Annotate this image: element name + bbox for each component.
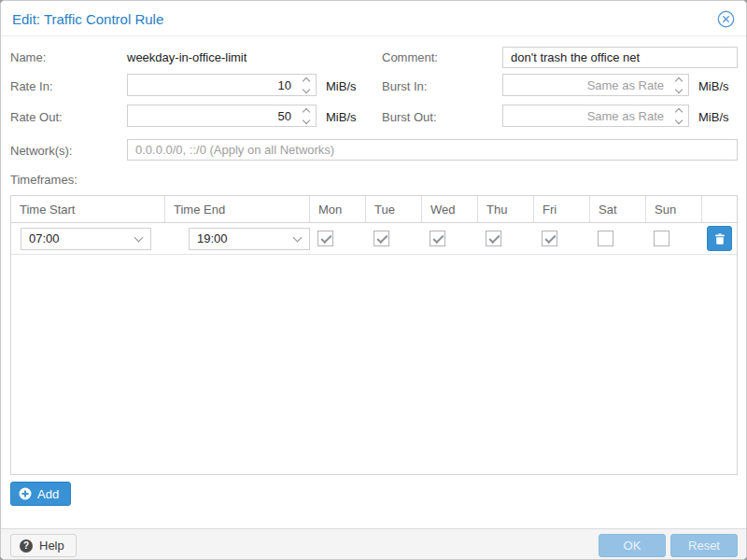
edit-traffic-control-rule-dialog: Edit: Traffic Control Rule Name: weekday… xyxy=(0,0,747,560)
checkbox-thu[interactable] xyxy=(486,231,501,246)
trash-icon xyxy=(713,232,726,245)
rate-out-label: Rate Out: xyxy=(10,110,63,124)
spinner-up-icon[interactable] xyxy=(675,107,683,115)
comment-label: Comment: xyxy=(382,50,438,64)
dialog-footer: ? Help OK Reset xyxy=(1,528,746,560)
col-header-mon[interactable]: Mon xyxy=(310,196,366,222)
col-header-tue[interactable]: Tue xyxy=(366,196,422,222)
checkbox-tue[interactable] xyxy=(374,231,389,246)
help-button[interactable]: ? Help xyxy=(10,534,77,557)
burst-out-input[interactable] xyxy=(503,105,669,126)
checkbox-mon[interactable] xyxy=(317,231,333,246)
rate-in-input[interactable] xyxy=(128,75,297,95)
spinner-up-icon[interactable] xyxy=(303,107,310,115)
burst-out-spinner[interactable] xyxy=(669,105,688,126)
burst-in-unit: MiB/s xyxy=(698,79,729,93)
reset-button-label: Reset xyxy=(688,539,720,553)
checkbox-sun[interactable] xyxy=(654,231,669,246)
delete-row-button[interactable] xyxy=(707,226,732,251)
rate-in-spinner[interactable] xyxy=(297,75,316,95)
spinner-up-icon[interactable] xyxy=(303,77,310,84)
table-header: Time Start Time End Mon Tue Wed Thu Fri … xyxy=(11,196,737,223)
rate-out-spinner[interactable] xyxy=(297,105,316,126)
time-start-combo[interactable]: 07:00 xyxy=(21,228,151,250)
checkbox-wed[interactable] xyxy=(430,231,445,246)
burst-out-unit: MiB/s xyxy=(698,110,729,124)
rate-in-unit: MiB/s xyxy=(326,79,357,93)
rate-out-input[interactable] xyxy=(128,105,297,126)
burst-in-field[interactable] xyxy=(502,74,689,96)
burst-in-input[interactable] xyxy=(503,75,669,95)
spinner-up-icon[interactable] xyxy=(675,77,683,84)
col-header-actions xyxy=(702,196,737,222)
rate-out-unit: MiB/s xyxy=(326,110,357,124)
burst-out-field[interactable] xyxy=(502,105,689,127)
chevron-down-icon[interactable] xyxy=(134,232,144,242)
ok-button-label: OK xyxy=(624,539,641,553)
question-circle-icon: ? xyxy=(20,539,33,553)
add-button-label: Add xyxy=(37,487,59,501)
burst-in-label: Burst In: xyxy=(382,79,427,93)
help-button-label: Help xyxy=(39,539,64,553)
timeframes-label: Timeframes: xyxy=(10,173,78,187)
name-value: weekday-in-office-limit xyxy=(127,50,247,64)
checkbox-fri[interactable] xyxy=(542,231,557,246)
networks-input[interactable] xyxy=(127,139,738,161)
col-header-wed[interactable]: Wed xyxy=(422,196,478,222)
checkbox-sat[interactable] xyxy=(598,231,613,246)
spinner-down-icon[interactable] xyxy=(675,85,683,92)
plus-circle-icon xyxy=(19,487,32,500)
dialog-header: Edit: Traffic Control Rule xyxy=(1,1,746,36)
close-icon[interactable] xyxy=(717,10,735,28)
col-header-time-start[interactable]: Time Start xyxy=(11,196,165,222)
ok-button[interactable]: OK xyxy=(599,534,666,557)
reset-button[interactable]: Reset xyxy=(670,534,738,557)
name-label: Name: xyxy=(10,50,46,64)
rate-in-label: Rate In: xyxy=(10,79,53,93)
time-end-value: 19:00 xyxy=(197,231,294,245)
rate-in-field[interactable] xyxy=(127,74,317,96)
burst-out-label: Burst Out: xyxy=(382,110,437,124)
col-header-sat[interactable]: Sat xyxy=(590,196,646,222)
burst-in-spinner[interactable] xyxy=(669,75,688,95)
time-start-value: 07:00 xyxy=(29,231,135,245)
add-button[interactable]: Add xyxy=(10,482,71,506)
col-header-fri[interactable]: Fri xyxy=(534,196,590,222)
spinner-down-icon[interactable] xyxy=(303,85,310,92)
chevron-down-icon[interactable] xyxy=(293,232,303,242)
col-header-time-end[interactable]: Time End xyxy=(165,196,310,222)
col-header-sun[interactable]: Sun xyxy=(646,196,702,222)
spinner-down-icon[interactable] xyxy=(303,116,310,123)
time-end-combo[interactable]: 19:00 xyxy=(189,228,310,250)
timeframes-table: Time Start Time End Mon Tue Wed Thu Fri … xyxy=(10,195,738,475)
comment-input[interactable] xyxy=(502,47,738,68)
table-row: 07:00 19:00 xyxy=(11,223,737,255)
dialog-title: Edit: Traffic Control Rule xyxy=(12,11,163,27)
networks-label: Network(s): xyxy=(10,144,72,158)
rate-out-field[interactable] xyxy=(127,105,317,127)
col-header-thu[interactable]: Thu xyxy=(478,196,534,222)
spinner-down-icon[interactable] xyxy=(675,116,683,123)
